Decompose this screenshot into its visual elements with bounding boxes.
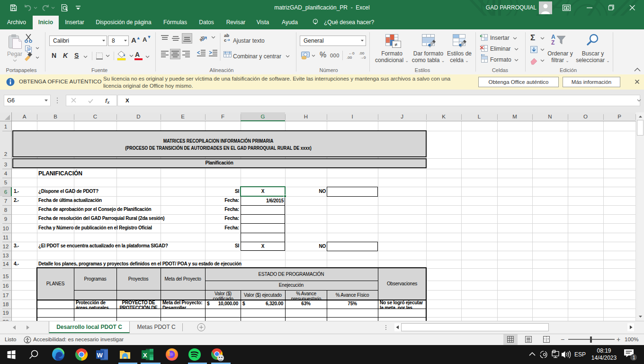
svg-text:.00: .00 — [347, 55, 352, 60]
svg-text:Z: Z — [551, 39, 555, 46]
svg-text:c: c — [224, 37, 226, 43]
svg-text:W: W — [97, 352, 103, 359]
svg-text:.00: .00 — [359, 51, 365, 55]
svg-text:≠: ≠ — [394, 42, 397, 47]
svg-text:X: X — [143, 352, 147, 359]
svg-text:←0: ←0 — [349, 51, 355, 55]
svg-text:1: 1 — [633, 355, 635, 360]
svg-text:→0: →0 — [360, 55, 366, 60]
svg-text:fx: fx — [105, 97, 110, 105]
svg-text:ab: ab — [198, 35, 206, 42]
